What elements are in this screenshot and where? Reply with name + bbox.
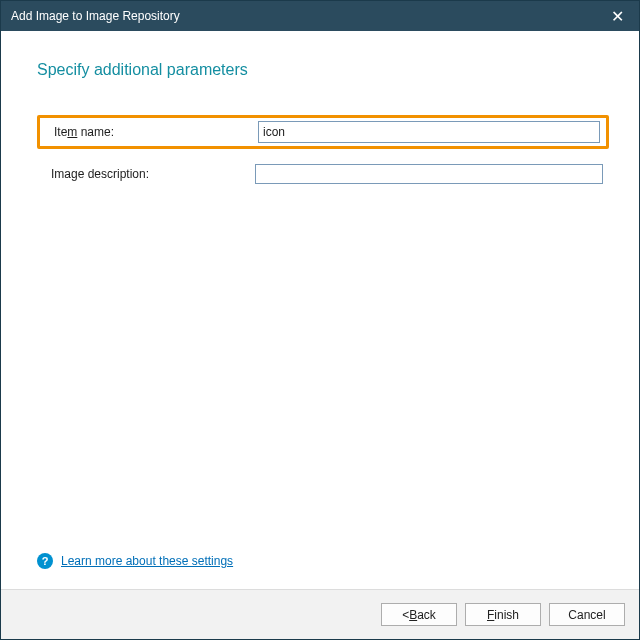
button-bar: < Back Finish Cancel — [1, 589, 639, 639]
item-name-input[interactable] — [258, 121, 600, 143]
window-title: Add Image to Image Repository — [11, 9, 180, 23]
page-heading: Specify additional parameters — [37, 61, 609, 79]
finish-button[interactable]: Finish — [465, 603, 541, 626]
close-icon: ✕ — [611, 7, 624, 26]
close-button[interactable]: ✕ — [595, 1, 639, 31]
content-area: Specify additional parameters Item name:… — [1, 31, 639, 589]
image-description-row: Image description: — [37, 157, 609, 191]
titlebar: Add Image to Image Repository ✕ — [1, 1, 639, 31]
help-icon: ? — [37, 553, 53, 569]
help-link[interactable]: Learn more about these settings — [61, 554, 233, 568]
item-name-input-wrap — [258, 121, 606, 143]
image-description-input[interactable] — [255, 164, 603, 184]
help-row: ? Learn more about these settings — [37, 553, 233, 569]
cancel-button[interactable]: Cancel — [549, 603, 625, 626]
dialog-window: Add Image to Image Repository ✕ Specify … — [0, 0, 640, 640]
form: Item name: Image description: — [37, 115, 609, 191]
item-name-row: Item name: — [37, 115, 609, 149]
image-description-input-wrap — [255, 164, 609, 184]
image-description-label: Image description: — [37, 167, 255, 181]
item-name-label: Item name: — [40, 125, 258, 139]
back-button[interactable]: < Back — [381, 603, 457, 626]
